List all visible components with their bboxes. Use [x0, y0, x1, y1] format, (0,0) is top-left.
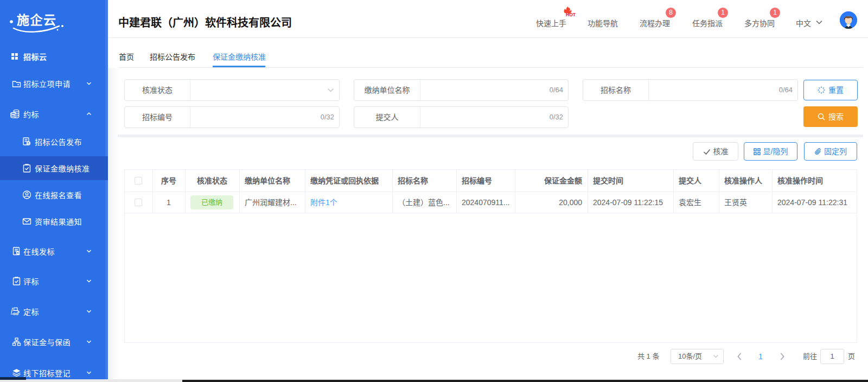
- svg-text:HOT: HOT: [566, 12, 576, 17]
- svg-text:施企云: 施企云: [17, 13, 57, 27]
